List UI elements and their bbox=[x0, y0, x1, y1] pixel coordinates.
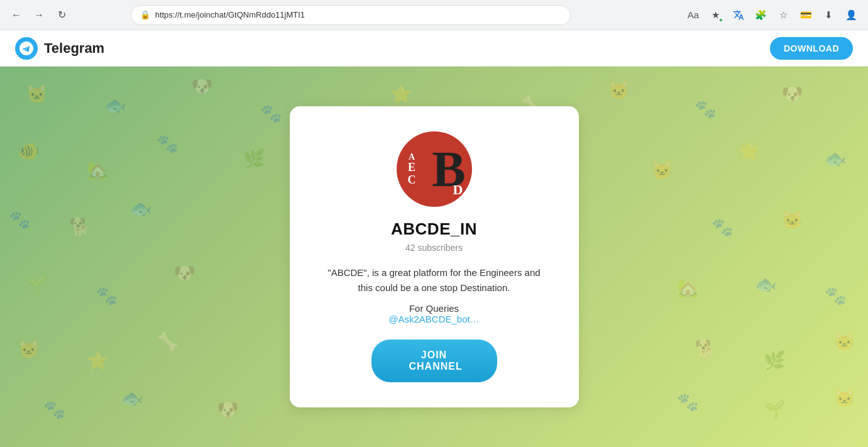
extensions-button[interactable]: ★ bbox=[707, 6, 725, 24]
puzzle-extension-button[interactable]: 🧩 bbox=[752, 6, 770, 24]
avatar-small-letters: A E C bbox=[408, 152, 416, 187]
subscriber-count: 42 subscribers bbox=[321, 243, 547, 253]
download-manager-button[interactable]: ⬇ bbox=[820, 6, 838, 24]
profile-button[interactable]: 👤 bbox=[843, 6, 860, 24]
main-content: 🐱 🐟 🐶 🐾 ⭐ 🦴 🐱 🐾 🐶 🐠 🏡 🐾 🌿 🐱 🌟 🐟 🐾 🐕 🐟 🐾 … bbox=[0, 67, 868, 447]
download-button[interactable]: DOWNLOAD bbox=[770, 37, 853, 60]
wallet-button[interactable]: 💳 bbox=[798, 6, 815, 24]
telegram-brand-name: Telegram bbox=[44, 40, 104, 57]
green-indicator bbox=[718, 18, 723, 23]
forward-button[interactable]: → bbox=[30, 6, 48, 24]
address-bar[interactable]: 🔒 https://t.me/joinchat/GtQNmRddo11jMTI1 bbox=[131, 5, 571, 25]
back-button[interactable]: ← bbox=[8, 6, 25, 24]
avatar-letter-d: D bbox=[453, 182, 463, 198]
reload-button[interactable]: ↻ bbox=[53, 6, 70, 24]
queries-label: For Queries bbox=[321, 303, 547, 314]
telegram-header: Telegram DOWNLOAD bbox=[0, 30, 868, 67]
browser-chrome: ← → ↻ 🔒 https://t.me/joinchat/GtQNmRddo1… bbox=[0, 0, 868, 30]
nav-buttons: ← → ↻ bbox=[8, 6, 70, 24]
translate-button[interactable] bbox=[730, 6, 747, 24]
channel-card: A E C B D ABCDE_IN 42 subscribers "ABCDE… bbox=[290, 106, 579, 407]
telegram-icon bbox=[15, 37, 38, 60]
channel-description: "ABCDE", is a great platform for the Eng… bbox=[321, 265, 547, 295]
channel-name: ABCDE_IN bbox=[321, 219, 547, 239]
channel-avatar: A E C B D bbox=[397, 131, 472, 207]
queries-link[interactable]: @Ask2ABCDE_bot… bbox=[321, 314, 547, 324]
url-text: https://t.me/joinchat/GtQNmRddo11jMTI1 bbox=[155, 10, 561, 19]
avatar-letter-a: A bbox=[408, 152, 416, 162]
reading-mode-button[interactable]: Aa bbox=[684, 6, 702, 24]
lock-icon: 🔒 bbox=[140, 10, 150, 19]
telegram-logo: Telegram bbox=[15, 37, 104, 60]
join-channel-button[interactable]: JOIN CHANNEL bbox=[371, 339, 497, 382]
favorites-button[interactable]: ☆ bbox=[775, 6, 793, 24]
avatar-letter-e: E bbox=[408, 162, 416, 174]
browser-actions: Aa ★ 🧩 ☆ 💳 ⬇ 👤 bbox=[684, 6, 860, 24]
avatar-letter-c: C bbox=[408, 174, 416, 187]
avatar-letters: A E C B D bbox=[397, 131, 472, 207]
